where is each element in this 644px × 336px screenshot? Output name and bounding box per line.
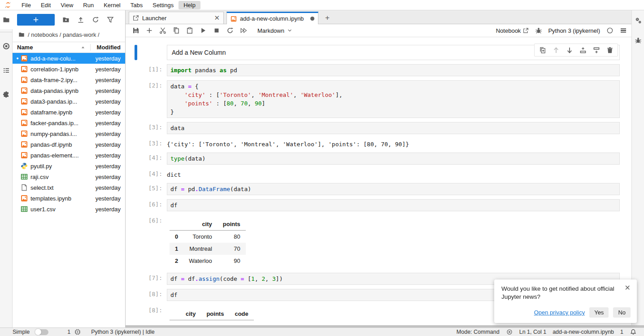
file-row[interactable]: pandas-df.ipynbyesterday (13, 139, 125, 150)
close-notification-icon[interactable]: ✕ (625, 285, 631, 301)
new-launcher-button[interactable] (17, 14, 55, 26)
code-cell[interactable]: [6]:df[6]:citypoints0Toronto801Montreal7… (135, 199, 620, 269)
kernel-status-icon[interactable] (606, 27, 614, 35)
menu-item-edit[interactable]: Edit (36, 1, 56, 9)
file-row[interactable]: pandas-element....yesterday (13, 150, 125, 161)
code-input[interactable]: df = pd.DataFrame(data) (167, 183, 620, 195)
sidebar-tab-folder[interactable] (0, 10, 13, 29)
file-row[interactable]: facker-pandas.ip...yesterday (13, 118, 125, 128)
file-row[interactable]: data-pandas.ipynbyesterday (13, 85, 125, 96)
paste-icon[interactable] (186, 27, 193, 35)
stop-icon[interactable] (213, 27, 220, 35)
restart-icon[interactable] (226, 27, 234, 35)
column-header-modified[interactable]: Modified (90, 44, 125, 51)
cell-collapser[interactable] (135, 122, 137, 148)
file-row[interactable]: select.txtyesterday (13, 182, 125, 193)
trash-cell-button[interactable] (606, 46, 614, 54)
filter-icon[interactable] (107, 16, 114, 23)
menu-item-settings[interactable]: Settings (148, 1, 178, 9)
code-cell[interactable]: [4]:type(data)[4]:dict (135, 153, 620, 179)
menu-item-tabs[interactable]: Tabs (126, 1, 148, 9)
code-input[interactable]: df (167, 199, 620, 211)
privacy-policy-link[interactable]: Open privacy policy (534, 309, 585, 316)
move-down-cell-button[interactable] (566, 46, 573, 54)
file-row[interactable]: data3-pandas.ip...yesterday (13, 96, 125, 107)
menu-item-file[interactable]: File (17, 1, 36, 9)
menu-item-kernel[interactable]: Kernel (99, 1, 126, 9)
file-row[interactable]: correlation-1.ipynbyesterday (13, 64, 125, 74)
tab-notebook[interactable]: add-a-new-column.ipynb (226, 12, 318, 24)
code-cell[interactable]: [3]:data[3]:{'city': ['Toronto', 'Montre… (135, 122, 620, 148)
cell-collapser[interactable] (135, 45, 137, 60)
cell-collapser[interactable] (135, 80, 137, 118)
close-tab-icon[interactable]: ✕ (214, 14, 220, 22)
horizontal-scrollbar[interactable] (126, 325, 644, 327)
kernel-status-text[interactable]: Python 3 (ipykernel) | Idle (91, 329, 155, 335)
property-inspector-icon[interactable] (634, 17, 642, 25)
tab-launcher[interactable]: Launcher ✕ (129, 12, 224, 24)
cell-collapser[interactable] (135, 153, 137, 179)
insert-above-cell-button[interactable] (579, 46, 587, 54)
cell-type-dropdown[interactable]: Markdown (257, 27, 292, 34)
markdown-cell[interactable]: Add a New Column (135, 45, 620, 60)
notebook-view-switch[interactable]: Notebook (496, 27, 529, 34)
cell-collapser[interactable] (135, 289, 137, 322)
unsaved-changes-dot[interactable] (310, 17, 314, 21)
new-tab-button[interactable]: + (321, 12, 334, 24)
save-icon[interactable] (132, 27, 139, 35)
file-modified: yesterday (90, 55, 125, 62)
sidebar-tab-puzzle[interactable] (0, 85, 13, 104)
toolbar-menu-icon[interactable] (619, 27, 627, 35)
file-row[interactable]: numpy-pandas.i...yesterday (13, 128, 125, 139)
file-row[interactable]: dataframe.ipynbyesterday (13, 107, 125, 118)
cut-icon[interactable] (159, 27, 166, 35)
debugger-bug-icon[interactable] (535, 27, 542, 35)
file-row[interactable]: raji.csvyesterday (13, 171, 125, 182)
code-input[interactable]: import pandas as pd (167, 64, 620, 76)
kernel-name[interactable]: Python 3 (ipykernel) (548, 27, 600, 34)
notify-no-button[interactable]: No (613, 307, 631, 318)
privacy-icon[interactable] (506, 328, 513, 336)
add-icon[interactable] (145, 27, 153, 35)
launcher-icon (133, 15, 139, 21)
code-cell[interactable]: [1]:import pandas as pd (135, 64, 620, 76)
file-row[interactable]: pyutil.pyyesterday (13, 161, 125, 171)
code-input[interactable]: data (167, 122, 620, 134)
file-row[interactable]: user1.csvyesterday (13, 204, 125, 214)
refresh-icon[interactable] (92, 16, 99, 23)
move-up-cell-button[interactable] (552, 46, 560, 54)
code-input[interactable]: type(data) (167, 153, 620, 165)
duplicate-cell-button[interactable] (539, 46, 546, 54)
menu-item-view[interactable]: View (56, 1, 78, 9)
cell-collapser[interactable] (135, 273, 137, 285)
code-cell[interactable]: [2]:data = { 'city' : ['Toronto', 'Montr… (135, 80, 620, 118)
column-header-name[interactable]: Name (17, 44, 90, 51)
file-row[interactable]: templates.ipynbyesterday (13, 193, 125, 204)
markdown-cell-content[interactable]: Add a New Column (167, 45, 620, 60)
code-input[interactable]: data = { 'city' : ['Toronto', 'Montreal'… (167, 80, 620, 118)
simple-mode-toggle[interactable] (35, 329, 48, 335)
cell-collapser[interactable] (135, 183, 137, 195)
sidebar-tab-toc[interactable] (0, 61, 13, 80)
upload-icon[interactable] (77, 16, 84, 23)
cell-collapser[interactable] (135, 64, 137, 76)
bell-icon[interactable] (630, 328, 637, 336)
run-icon[interactable] (199, 27, 207, 35)
insert-below-cell-button[interactable] (592, 46, 600, 54)
cell-collapser[interactable] (135, 199, 137, 269)
menu-item-run[interactable]: Run (78, 1, 99, 9)
input-prompt: [8]: (141, 289, 167, 301)
kernel-sessions-icon[interactable] (74, 328, 81, 336)
file-row[interactable]: data-frame-2.ipy...yesterday (13, 74, 125, 85)
code-cell[interactable]: [5]:df = pd.DataFrame(data) (135, 183, 620, 195)
breadcrumb[interactable]: / notebooks / pandas-work / (13, 28, 125, 42)
new-folder-icon[interactable] (62, 16, 70, 23)
copy-icon[interactable] (172, 27, 180, 35)
debugger-icon[interactable] (634, 36, 642, 44)
cursor-position[interactable]: Ln 1, Col 1 (519, 329, 546, 335)
file-row[interactable]: ●add-a-new-colu...yesterday (13, 53, 125, 64)
menu-item-help[interactable]: Help (178, 1, 200, 9)
notify-yes-button[interactable]: Yes (589, 307, 609, 318)
sidebar-tab-running[interactable] (0, 37, 13, 56)
run-all-icon[interactable] (239, 27, 247, 35)
